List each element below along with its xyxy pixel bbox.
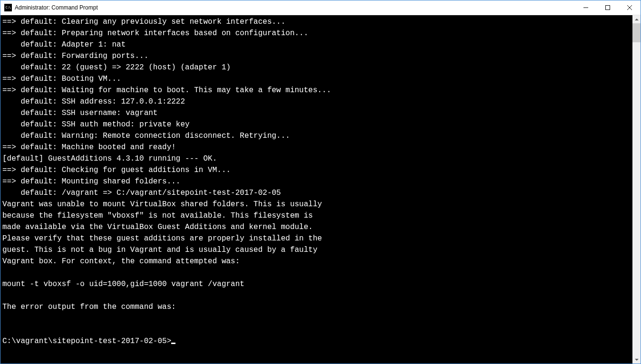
- svg-marker-5: [635, 359, 639, 361]
- terminal-line: because the filesystem "vboxsf" is not a…: [2, 210, 631, 221]
- terminal-line: Vagrant was unable to mount VirtualBox s…: [2, 199, 631, 210]
- terminal-line: ==> default: Preparing network interface…: [2, 28, 631, 39]
- terminal-line: [2, 313, 631, 324]
- chevron-up-icon: [635, 19, 639, 20]
- maximize-icon: [605, 5, 610, 10]
- terminal-line: ==> default: Forwarding ports...: [2, 50, 631, 62]
- terminal-line: ==> default: Checking for guest addition…: [2, 164, 631, 176]
- terminal-line: default: SSH username: vagrant: [2, 107, 631, 119]
- close-button[interactable]: [619, 0, 641, 15]
- terminal-line: The error output from the command was:: [2, 301, 631, 313]
- terminal-line: [default] GuestAdditions 4.3.10 running …: [2, 153, 631, 164]
- scrollbar-track[interactable]: [632, 23, 641, 355]
- terminal-line: default: Warning: Remote connection disc…: [2, 130, 631, 142]
- terminal-line: default: SSH auth method: private key: [2, 119, 631, 130]
- svg-rect-1: [606, 6, 610, 10]
- client-area: ==> default: Clearing any previously set…: [0, 15, 641, 364]
- titlebar[interactable]: C:\ Administrator: Command Prompt: [0, 0, 641, 15]
- terminal-line: ==> default: Mounting shared folders...: [2, 176, 631, 187]
- terminal-line: ==> default: Booting VM...: [2, 73, 631, 85]
- terminal-line: mount -t vboxsf -o uid=1000,gid=1000 vag…: [2, 278, 631, 290]
- terminal-line: Vagrant box. For context, the command at…: [2, 256, 631, 267]
- terminal-line: guest. This is not a bug in Vagrant and …: [2, 244, 631, 256]
- chevron-down-icon: [635, 359, 639, 361]
- terminal-line: default: SSH address: 127.0.0.1:2222: [2, 96, 631, 107]
- terminal-line: [2, 324, 631, 335]
- svg-marker-4: [635, 19, 639, 20]
- terminal-line: default: 22 (guest) => 2222 (host) (adap…: [2, 62, 631, 73]
- cmd-icon: C:\: [4, 4, 12, 11]
- close-icon: [627, 5, 632, 10]
- minimize-button[interactable]: [575, 0, 597, 15]
- terminal-prompt[interactable]: C:\vagrant\sitepoint-test-2017-02-05>: [2, 335, 631, 347]
- minimize-icon: [583, 5, 588, 10]
- scroll-up-button[interactable]: [632, 15, 641, 23]
- cursor: [171, 343, 175, 344]
- vertical-scrollbar[interactable]: [632, 15, 641, 364]
- terminal-line: ==> default: Clearing any previously set…: [2, 16, 631, 28]
- terminal-output[interactable]: ==> default: Clearing any previously set…: [0, 15, 632, 364]
- scroll-down-button[interactable]: [632, 355, 641, 364]
- maximize-button[interactable]: [597, 0, 619, 15]
- terminal-line: default: Adapter 1: nat: [2, 39, 631, 50]
- terminal-line: Please verify that these guest additions…: [2, 233, 631, 244]
- window-title: Administrator: Command Prompt: [15, 4, 575, 11]
- terminal-line: ==> default: Waiting for machine to boot…: [2, 85, 631, 96]
- command-prompt-window: C:\ Administrator: Command Prompt ==> de…: [0, 0, 641, 364]
- terminal-line: [2, 267, 631, 278]
- terminal-line: [2, 290, 631, 301]
- window-controls: [575, 0, 641, 15]
- scrollbar-thumb[interactable]: [632, 23, 641, 42]
- terminal-line: made available via the VirtualBox Guest …: [2, 221, 631, 233]
- terminal-line: ==> default: Machine booted and ready!: [2, 142, 631, 153]
- terminal-line: default: /vagrant => C:/vagrant/sitepoin…: [2, 187, 631, 199]
